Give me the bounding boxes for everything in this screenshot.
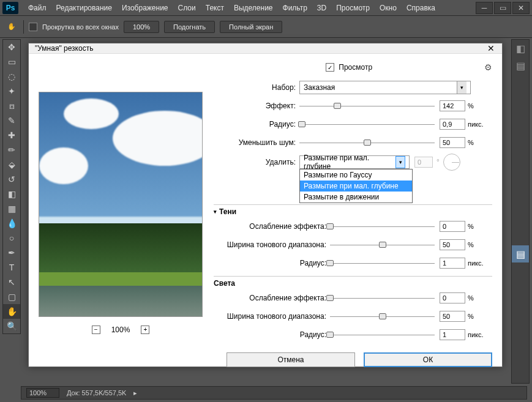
shadows-fade-slider[interactable] (330, 222, 435, 231)
shadows-fade-input[interactable] (440, 221, 465, 232)
zoom-out-button[interactable]: − (92, 326, 100, 334)
preview-checkbox[interactable]: ✓ (326, 63, 334, 72)
crop-tool[interactable]: ⧈ (3, 99, 20, 113)
highlights-fade-slider[interactable] (330, 294, 435, 302)
panel-icon-layers[interactable]: ▤ (512, 245, 529, 262)
remove-value: Размытие при мал. глубине (304, 154, 395, 171)
shadows-radius-slider[interactable] (330, 259, 435, 267)
radius-label: Радиус: (214, 120, 299, 128)
highlights-fade-label: Ослабление эффекта: (214, 294, 330, 302)
preview-zoom-value: 100% (111, 326, 130, 334)
blur-tool[interactable]: 💧 (3, 216, 20, 231)
preset-value: Заказная (304, 83, 335, 92)
amount-slider[interactable] (299, 102, 435, 110)
amount-input[interactable] (440, 100, 465, 111)
fullscreen-button[interactable]: Полный экран (220, 21, 282, 33)
cancel-button[interactable]: Отмена (227, 352, 355, 367)
options-bar: ✋ Прокрутка во всех окнах 100% Подогнать… (0, 16, 532, 38)
angle-unit: ° (436, 158, 440, 166)
highlights-tonal-input[interactable] (440, 311, 465, 322)
dialog-titlebar: "Умная" резкость ✕ (29, 43, 502, 54)
zoom-100-button[interactable]: 100% (124, 21, 159, 33)
menu-image[interactable]: Изображение (117, 4, 173, 12)
shadows-tonal-input[interactable] (440, 239, 465, 250)
panel-icon-2[interactable]: ▤ (512, 57, 529, 74)
brush-tool[interactable]: ✏ (3, 143, 20, 157)
shadows-fade-unit: % (468, 223, 492, 230)
type-tool[interactable]: T (3, 260, 20, 275)
stamp-tool[interactable]: ⬙ (3, 157, 20, 172)
preset-dropdown[interactable]: Заказная ▾ (299, 81, 471, 94)
shadows-tonal-slider[interactable] (330, 240, 435, 249)
marquee-tool[interactable]: ▭ (3, 54, 20, 69)
wand-tool[interactable]: ✦ (3, 84, 20, 99)
menu-edit[interactable]: Редактирование (51, 4, 117, 12)
noise-slider[interactable] (299, 138, 435, 147)
amount-unit: % (468, 102, 492, 110)
remove-dropdown[interactable]: Размытие при мал. глубине ▾ (299, 155, 410, 169)
eraser-tool[interactable]: ◧ (3, 187, 20, 201)
history-brush-tool[interactable]: ↺ (3, 172, 20, 187)
settings-gear-icon[interactable]: ⚙ (484, 62, 492, 72)
highlights-radius-unit: пикс. (468, 331, 492, 338)
status-zoom[interactable]: 100% (26, 388, 59, 398)
status-doc: Док: 557,5K/557,5K (67, 389, 126, 396)
pen-tool[interactable]: ✒ (3, 245, 20, 260)
hand-tool-icon: ✋ (5, 20, 18, 34)
hand-tool[interactable]: ✋ (3, 304, 20, 319)
ok-button[interactable]: ОК (364, 352, 492, 367)
heal-tool[interactable]: ✚ (3, 128, 20, 143)
menu-window[interactable]: Окно (375, 4, 402, 12)
eyedropper-tool[interactable]: ✎ (3, 113, 20, 128)
dialog-close-button[interactable]: ✕ (486, 43, 496, 53)
maximize-button[interactable]: ▭ (494, 2, 511, 14)
radius-unit: пикс. (468, 121, 492, 128)
gradient-tool[interactable]: ▦ (3, 201, 20, 216)
dodge-tool[interactable]: ○ (3, 231, 20, 245)
shadows-radius-input[interactable] (440, 258, 465, 269)
highlights-tonal-unit: % (468, 313, 492, 320)
panel-icon-1[interactable]: ◧ (512, 40, 529, 57)
chevron-down-icon: ▾ (395, 156, 405, 168)
menu-3d[interactable]: 3D (312, 4, 331, 12)
menu-view[interactable]: Просмотр (331, 4, 375, 12)
shadows-fade-label: Ослабление эффекта: (214, 222, 330, 231)
dialog-title: "Умная" резкость (35, 44, 93, 53)
path-select-tool[interactable]: ↖ (3, 275, 20, 289)
move-tool[interactable]: ✥ (3, 40, 20, 54)
menu-help[interactable]: Справка (402, 4, 440, 12)
scroll-all-checkbox[interactable] (29, 23, 37, 31)
preview-checkbox-label: Просмотр (339, 63, 372, 72)
minimize-button[interactable]: ─ (476, 2, 493, 14)
angle-input (414, 157, 433, 168)
remove-option-motion[interactable]: Размытие в движении (300, 192, 412, 203)
highlights-fade-input[interactable] (440, 292, 465, 303)
fit-button[interactable]: Подогнать (164, 21, 215, 33)
zoom-in-button[interactable]: + (141, 326, 149, 334)
menu-layer[interactable]: Слои (173, 4, 201, 12)
menu-filter[interactable]: Фильтр (278, 4, 312, 12)
shape-tool[interactable]: ▢ (3, 289, 20, 304)
highlights-radius-label: Радиус: (214, 330, 330, 339)
close-window-button[interactable]: ✕ (512, 2, 530, 14)
highlights-tonal-slider[interactable] (330, 312, 435, 321)
radius-slider[interactable] (299, 120, 435, 128)
menu-file[interactable]: Файл (23, 4, 51, 12)
menu-select[interactable]: Выделение (229, 4, 278, 12)
highlights-radius-slider[interactable] (330, 330, 435, 339)
menu-type[interactable]: Текст (201, 4, 229, 12)
status-arrow-icon[interactable]: ▸ (133, 389, 137, 397)
shadows-disclosure-icon[interactable]: ▾ (214, 209, 217, 215)
preview-image[interactable] (39, 92, 203, 317)
highlights-title: Света (214, 279, 235, 288)
lasso-tool[interactable]: ◌ (3, 69, 20, 84)
zoom-tool[interactable]: 🔍 (3, 319, 20, 333)
radius-input[interactable] (440, 119, 465, 130)
menubar: Ps Файл Редактирование Изображение Слои … (0, 0, 532, 16)
highlights-radius-input[interactable] (440, 329, 465, 340)
remove-option-gauss[interactable]: Размытие по Гауссу (300, 169, 412, 181)
toolbox: ✥ ▭ ◌ ✦ ⧈ ✎ ✚ ✏ ⬙ ↺ ◧ ▦ 💧 ○ ✒ T ↖ ▢ ✋ 🔍 (2, 39, 21, 334)
remove-option-lens[interactable]: Размытие при мал. глубине (300, 181, 412, 192)
shadows-title: Тени (219, 207, 236, 216)
noise-input[interactable] (440, 137, 465, 148)
